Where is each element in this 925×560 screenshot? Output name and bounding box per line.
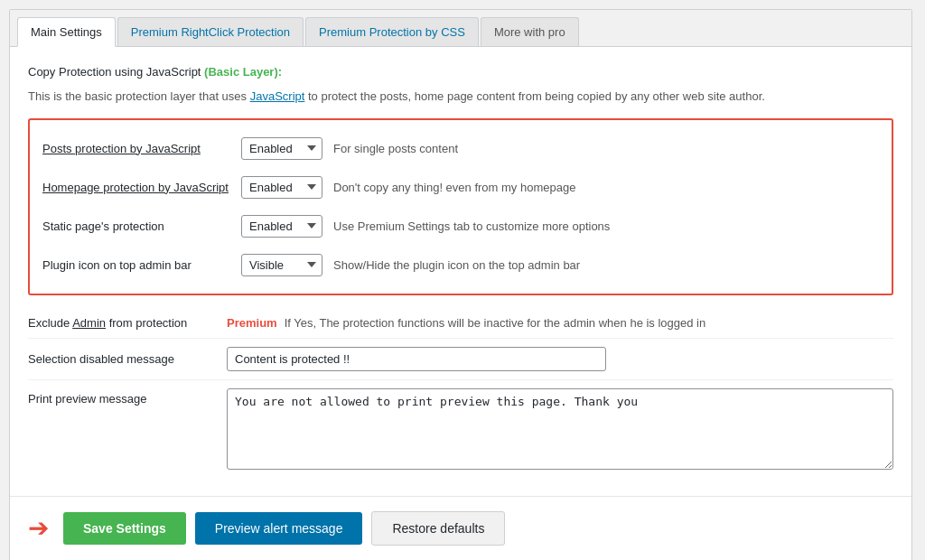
arrow-icon: ➔ [28,516,49,541]
plugin-icon-row: Plugin icon on top admin bar Visible Hid… [42,246,879,285]
static-page-label: Static page's protection [42,219,241,233]
selection-message-input[interactable] [227,347,606,371]
preview-alert-button[interactable]: Preview alert message [195,512,363,545]
homepage-protection-select[interactable]: Enabled Disabled [241,176,322,199]
plugin-icon-label: Plugin icon on top admin bar [42,258,241,272]
section-title: Copy Protection using JavaScript (Basic … [28,65,893,79]
tab-more-pro[interactable]: More with pro [481,17,579,46]
save-settings-button[interactable]: Save Settings [63,512,186,545]
tab-main-settings[interactable]: Main Settings [17,17,116,47]
exclude-admin-row: Exclude Admin from protection Premium If… [28,308,893,339]
protected-settings-box: Posts protection by JavaScript Enabled D… [28,118,893,295]
homepage-protection-description: Don't copy any thing! even from my homep… [333,181,575,194]
tab-rightclick-protection[interactable]: Premium RightClick Protection [117,17,304,46]
plugin-icon-control: Visible Hidden [241,254,322,276]
static-page-protection-row: Static page's protection Enabled Disable… [42,207,879,246]
plugin-icon-select[interactable]: Visible Hidden [241,254,322,276]
exclude-admin-label: Exclude Admin from protection [28,316,227,330]
selection-message-label: Selection disabled message [28,352,227,366]
print-preview-textarea[interactable]: You are not allowed to print preview thi… [227,388,893,470]
settings-panel: Main Settings Premium RightClick Protect… [9,9,912,560]
posts-protection-select[interactable]: Enabled Disabled [241,137,322,160]
footer: ➔ Save Settings Preview alert message Re… [10,496,911,560]
tab-css-protection[interactable]: Premium Protection by CSS [305,17,479,46]
selection-message-row: Selection disabled message [28,339,893,380]
exclude-admin-description: If Yes, The protection functions will be… [285,316,706,330]
static-page-control: Enabled Disabled [241,215,322,238]
plugin-icon-description: Show/Hide the plugin icon on the top adm… [333,258,580,272]
restore-defaults-button[interactable]: Restore defaults [371,511,505,546]
main-content: Copy Protection using JavaScript (Basic … [10,47,911,496]
posts-protection-row: Posts protection by JavaScript Enabled D… [42,129,879,168]
posts-protection-link[interactable]: Posts protection by JavaScript [42,142,201,155]
print-preview-row: Print preview message You are not allowe… [28,380,893,478]
homepage-protection-label: Homepage protection by JavaScript [42,181,241,194]
section-description: This is the basic protection layer that … [28,88,893,106]
tabs-container: Main Settings Premium RightClick Protect… [10,10,911,47]
posts-protection-label: Posts protection by JavaScript [42,142,241,155]
posts-protection-control: Enabled Disabled [241,137,322,160]
homepage-protection-row: Homepage protection by JavaScript Enable… [42,168,879,207]
static-page-select[interactable]: Enabled Disabled [241,215,322,238]
exclude-admin-link[interactable]: Admin [72,316,106,330]
homepage-protection-control: Enabled Disabled [241,176,322,199]
homepage-protection-link[interactable]: Homepage protection by JavaScript [42,181,229,194]
posts-protection-description: For single posts content [333,142,458,155]
javascript-link[interactable]: JavaScript [250,89,305,103]
premium-badge: Premium [227,316,277,330]
print-preview-label: Print preview message [28,388,227,406]
static-page-description: Use Premium Settings tab to customize mo… [333,219,610,233]
